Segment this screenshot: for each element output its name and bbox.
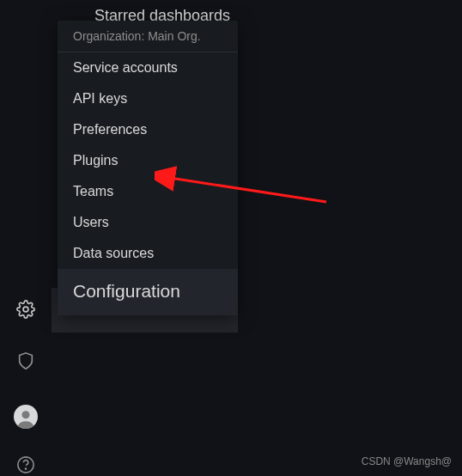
svg-point-0 bbox=[23, 307, 28, 312]
avatar-icon[interactable] bbox=[0, 395, 52, 438]
menu-service-accounts[interactable]: Service accounts bbox=[58, 52, 238, 83]
help-icon[interactable] bbox=[0, 443, 52, 476]
svg-point-1 bbox=[21, 411, 29, 418]
menu-teams[interactable]: Teams bbox=[58, 176, 238, 207]
menu-plugins[interactable]: Plugins bbox=[58, 145, 238, 176]
menu-preferences[interactable]: Preferences bbox=[58, 114, 238, 145]
left-sidebar bbox=[0, 0, 52, 476]
shield-icon[interactable] bbox=[0, 339, 52, 382]
config-popover: Organization: Main Org. Service accounts… bbox=[58, 21, 238, 315]
menu-users[interactable]: Users bbox=[58, 207, 238, 238]
menu-configuration[interactable]: Configuration bbox=[58, 269, 238, 315]
popover-org-header: Organization: Main Org. bbox=[58, 21, 238, 52]
menu-api-keys[interactable]: API keys bbox=[58, 83, 238, 114]
gear-icon[interactable] bbox=[0, 288, 52, 331]
svg-point-3 bbox=[25, 468, 26, 469]
watermark: CSDN @Wangsh@ bbox=[362, 455, 452, 467]
menu-data-sources[interactable]: Data sources bbox=[58, 238, 238, 269]
